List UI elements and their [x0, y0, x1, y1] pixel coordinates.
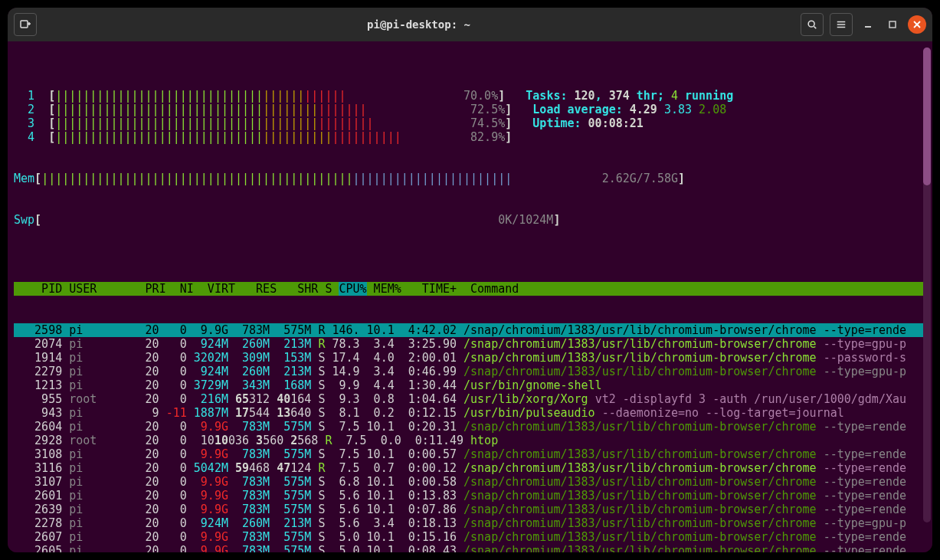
process-row[interactable]: 955 root 20 0 216M 65312 40164 S 9.3 0.8… — [14, 392, 931, 406]
process-row[interactable]: 2598 pi 20 0 9.9G 783M 575M R 146. 10.1 … — [14, 323, 931, 337]
column-header[interactable]: PID USER PRI NI VIRT RES SHR S CPU% MEM%… — [14, 282, 931, 296]
swap-line: Swp[ 0K/1024M] — [14, 213, 931, 227]
process-row[interactable]: 1213 pi 20 0 3729M 343M 168M S 9.9 4.4 1… — [14, 378, 931, 392]
process-row[interactable]: 2605 pi 20 0 9.9G 783M 575M S 5.0 10.1 0… — [14, 544, 931, 552]
cpu-meters: 1 [|||||||||||||||||||||||||||||||||||||… — [14, 89, 931, 144]
process-row[interactable]: 2278 pi 20 0 924M 260M 213M S 5.6 3.4 0:… — [14, 516, 931, 530]
process-row[interactable]: 3108 pi 20 0 9.9G 783M 575M S 7.5 10.1 0… — [14, 447, 931, 461]
minimize-button[interactable] — [859, 15, 877, 34]
process-row[interactable]: 3107 pi 20 0 9.9G 783M 575M S 6.8 10.1 0… — [14, 475, 931, 489]
titlebar: pi@pi-desktop: ~ — [8, 8, 932, 41]
process-row[interactable]: 2074 pi 20 0 924M 260M 213M R 78.3 3.4 3… — [14, 337, 931, 351]
scroll-thumb[interactable] — [923, 47, 931, 185]
scrollbar[interactable] — [923, 47, 931, 522]
menu-button[interactable] — [830, 13, 853, 36]
maximize-button[interactable] — [883, 15, 902, 34]
process-row[interactable]: 2639 pi 20 0 9.9G 783M 575M S 5.6 10.1 0… — [14, 503, 931, 516]
svg-point-3 — [808, 21, 814, 27]
process-row[interactable]: 2279 pi 20 0 924M 260M 213M S 14.9 3.4 0… — [14, 365, 931, 378]
search-button[interactable] — [801, 13, 824, 36]
close-button[interactable] — [908, 15, 926, 34]
terminal-body[interactable]: 1 [|||||||||||||||||||||||||||||||||||||… — [8, 41, 932, 552]
svg-rect-0 — [21, 21, 28, 28]
window-title: pi@pi-desktop: ~ — [37, 18, 801, 31]
process-row[interactable]: 2601 pi 20 0 9.9G 783M 575M S 5.6 10.1 0… — [14, 489, 931, 503]
process-row[interactable]: 3116 pi 20 0 5042M 59468 47124 R 7.5 0.7… — [14, 461, 931, 475]
process-row[interactable]: 943 pi 9 -11 1887M 17544 13640 S 8.1 0.2… — [14, 406, 931, 420]
process-row[interactable]: 1914 pi 20 0 3202M 309M 153M S 17.4 4.0 … — [14, 351, 931, 365]
terminal-window: pi@pi-desktop: ~ 1 [||||||||||||||||||||… — [8, 8, 932, 552]
process-row[interactable]: 2604 pi 20 0 9.9G 783M 575M S 7.5 10.1 0… — [14, 420, 931, 434]
process-row[interactable]: 2607 pi 20 0 9.9G 783M 575M S 5.0 10.1 0… — [14, 530, 931, 544]
process-list: 2598 pi 20 0 9.9G 783M 575M R 146. 10.1 … — [14, 323, 931, 552]
process-row[interactable]: 2928 root 20 0 1010036 3560 2568 R 7.5 0… — [14, 434, 931, 447]
mem-line: Mem[||||||||||||||||||||||||||||||||||||… — [14, 172, 931, 185]
new-tab-button[interactable] — [14, 13, 37, 36]
svg-rect-9 — [889, 21, 896, 28]
svg-line-4 — [814, 27, 817, 29]
